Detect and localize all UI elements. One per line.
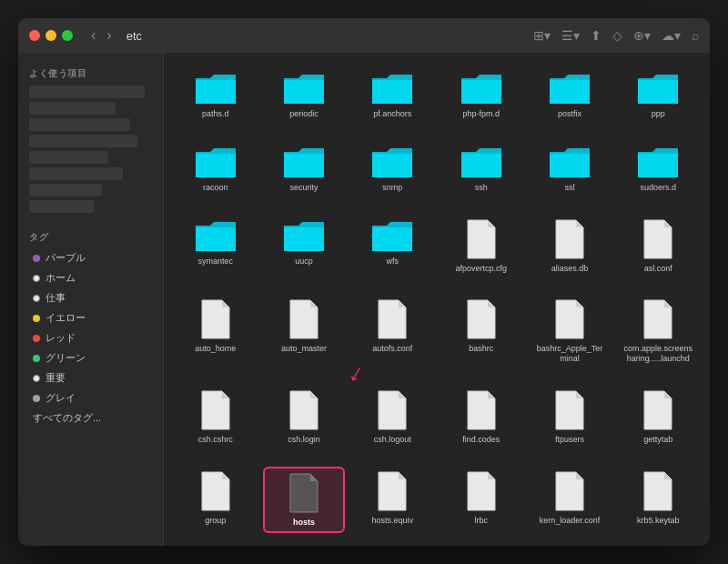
finder-window: ‹ › etc ⊞▾ ☰▾ ⬆ ◇ ⊕▾ ☁▾ ⌕ よく使う項目 タグ [18, 18, 710, 546]
file-label: gettytab [643, 435, 672, 445]
sidebar-tag-gray[interactable]: グレイ [22, 388, 159, 408]
file-item-snmp[interactable]: snmp [352, 141, 433, 196]
generic-file-icon [641, 470, 675, 512]
file-item-symantec[interactable]: symantec [175, 215, 256, 277]
generic-file-icon [552, 470, 587, 512]
tag-home-label: ホーム [46, 271, 76, 285]
sidebar-placeholder-5 [29, 151, 108, 164]
sidebar-tag-green[interactable]: グリーン [22, 348, 159, 368]
gray-dot [33, 395, 40, 402]
file-item-hosts-equiv[interactable]: hosts.equiv [352, 467, 433, 533]
generic-file-icon [552, 218, 587, 260]
sidebar-tag-work[interactable]: 仕事 [22, 288, 159, 307]
file-label: csh.login [288, 435, 320, 445]
sidebar-tag-home[interactable]: ホーム [22, 268, 159, 287]
file-item-racoon[interactable]: racoon [175, 141, 256, 196]
file-item-aliases[interactable]: aliases.db [529, 215, 610, 277]
sidebar-tag-yellow[interactable]: イエロー [22, 308, 159, 327]
search-icon[interactable]: ⌕ [692, 28, 699, 43]
file-label: paths.d [202, 109, 229, 119]
sidebar-placeholder-7 [29, 184, 102, 196]
sidebar-placeholder-2 [29, 102, 116, 115]
file-item-ftpusers[interactable]: ftpusers [529, 386, 610, 448]
folder-icon [636, 71, 680, 106]
sidebar-all-tags[interactable]: すべてのタグ... [22, 408, 159, 428]
tag-work-label: 仕事 [46, 291, 66, 305]
file-label: auto_master [281, 344, 327, 354]
file-item-find-codes[interactable]: find.codes [440, 386, 521, 448]
back-button[interactable]: ‹ [87, 25, 99, 45]
maximize-button[interactable] [62, 30, 73, 41]
file-item-auto-home[interactable]: auto_home [175, 295, 256, 368]
sidebar-tag-important[interactable]: 重要 [22, 368, 159, 388]
file-item-lrbc[interactable]: lrbc [440, 467, 521, 533]
file-item-csh-cshrc[interactable]: csh.cshrc [175, 386, 256, 448]
folder-icon [636, 145, 680, 179]
file-item-csh-login[interactable]: ↓ csh.login [263, 386, 344, 448]
file-item-autofs-conf[interactable]: autofs.conf [352, 295, 433, 368]
action-icon[interactable]: ⊕▾ [633, 28, 651, 43]
file-item-gettytab[interactable]: gettytab [618, 386, 699, 448]
minimize-button[interactable] [46, 30, 56, 41]
sidebar-placeholder-3 [29, 118, 130, 131]
forward-button[interactable]: › [103, 25, 115, 45]
file-item-kern-loader[interactable]: kern_loader.conf [529, 467, 610, 533]
file-label: asl.conf [644, 264, 672, 274]
file-item-asl-conf[interactable]: asl.conf [618, 215, 699, 277]
file-label: ssl [564, 183, 574, 193]
folder-icon [460, 145, 503, 179]
sidebar-tag-red[interactable]: レッド [22, 328, 159, 347]
file-item-uucp[interactable]: uucp [263, 215, 344, 277]
file-item-csh-logout[interactable]: csh.logout [352, 386, 433, 448]
file-item-security[interactable]: security [263, 141, 344, 196]
file-item-krb5[interactable]: krb5.keytab [618, 467, 699, 533]
file-label: racoon [203, 183, 228, 193]
file-item-bashrc[interactable]: bashrc [440, 295, 521, 368]
file-item-ssl[interactable]: ssl [529, 141, 610, 196]
file-item-postfix[interactable]: postfix [529, 67, 610, 123]
tag-important-label: 重要 [46, 371, 66, 385]
share-icon[interactable]: ⬆ [591, 28, 602, 43]
sidebar-tag-purple[interactable]: パープル [22, 248, 159, 267]
close-button[interactable] [29, 30, 40, 41]
tag-purple-label: パープル [46, 251, 86, 265]
file-item-ppp[interactable]: ppp [618, 67, 699, 123]
file-label: group [205, 516, 226, 526]
file-label: ftpusers [555, 435, 584, 445]
tag-icon[interactable]: ◇ [612, 28, 622, 43]
file-item-auto-master[interactable]: auto_master [263, 295, 344, 368]
folder-icon [194, 71, 238, 106]
file-item-bashrc-apple[interactable]: bashrc_Apple_Terminal [529, 295, 610, 368]
arrow-pointer: ↓ [344, 358, 369, 389]
file-item-pf-anchors[interactable]: pf.anchors [352, 67, 433, 123]
file-item-php-fpm[interactable]: php-fpm.d [440, 67, 521, 123]
file-item-periodic[interactable]: periodic [263, 67, 344, 123]
file-label: auto_home [195, 344, 236, 354]
generic-file-icon [375, 298, 410, 340]
file-label: autofs.conf [372, 344, 412, 354]
file-item-sudoers[interactable]: sudoers.d [618, 141, 699, 196]
sidebar-placeholder-8 [29, 200, 95, 213]
file-item-paths-d[interactable]: paths.d [175, 67, 256, 123]
file-item-wfs[interactable]: wfs [352, 215, 433, 277]
file-label: find.codes [462, 435, 500, 445]
yellow-dot [33, 315, 40, 322]
generic-file-icon [641, 218, 675, 260]
file-label: hosts.equiv [372, 516, 414, 526]
file-label: aliases.db [551, 264, 589, 274]
file-grid-area: paths.d periodic [164, 53, 710, 546]
generic-file-icon [198, 298, 233, 340]
folder-icon [370, 145, 414, 179]
file-label: kern_loader.conf [540, 516, 601, 526]
grid-view-icon[interactable]: ⊞▾ [533, 28, 551, 43]
file-item-ssh[interactable]: ssh [440, 141, 521, 196]
cloud-icon[interactable]: ☁▾ [662, 28, 681, 43]
file-label: com.apple.screensharing.....launchd [622, 344, 694, 364]
list-view-icon[interactable]: ☰▾ [561, 28, 580, 43]
sidebar-placeholder-1 [29, 86, 145, 98]
file-item-hosts[interactable]: hosts [263, 467, 344, 533]
file-item-afpovertcp[interactable]: afpovertcp.cfg [440, 215, 521, 277]
file-item-group[interactable]: group [175, 467, 256, 533]
file-item-com-apple[interactable]: com.apple.screensharing.....launchd [618, 295, 699, 368]
tag-green-label: グリーン [46, 351, 86, 365]
